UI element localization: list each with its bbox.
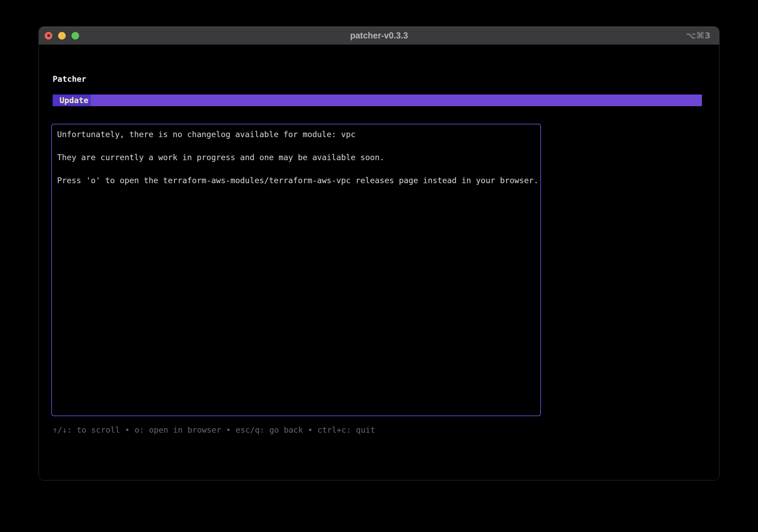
unsaved-changes-dot-icon bbox=[47, 34, 50, 37]
window-titlebar[interactable]: patcher-v0.3.3 ⌥⌘3 bbox=[39, 27, 719, 45]
app-heading: Patcher bbox=[53, 73, 86, 85]
help-bar: ↑/↓: to scroll • o: open in browser • es… bbox=[53, 424, 375, 436]
minimize-button[interactable] bbox=[58, 32, 66, 40]
tab-update[interactable]: Update bbox=[53, 95, 91, 106]
changelog-viewport[interactable]: Unfortunately, there is no changelog ava… bbox=[51, 124, 541, 416]
tab-bar: Update bbox=[53, 95, 702, 106]
changelog-line: They are currently a work in progress an… bbox=[57, 152, 535, 163]
terminal-window: patcher-v0.3.3 ⌥⌘3 Patcher Update Unfort… bbox=[39, 26, 719, 480]
changelog-line: Unfortunately, there is no changelog ava… bbox=[57, 129, 535, 140]
zoom-button[interactable] bbox=[72, 32, 79, 40]
changelog-line: Press 'o' to open the terraform-aws-modu… bbox=[57, 175, 535, 186]
close-button[interactable] bbox=[45, 32, 52, 40]
window-shortcut-hint: ⌥⌘3 bbox=[686, 31, 711, 41]
window-title: patcher-v0.3.3 bbox=[39, 31, 719, 41]
traffic-lights bbox=[45, 27, 79, 44]
terminal-content: Patcher Update Unfortunately, there is n… bbox=[39, 45, 719, 480]
